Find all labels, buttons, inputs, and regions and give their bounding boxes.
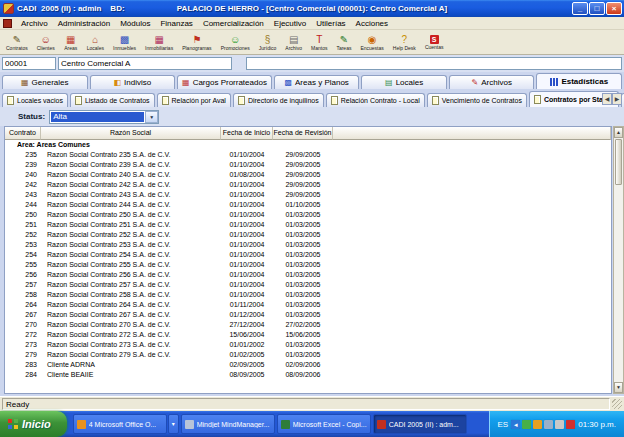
table-row[interactable]: 254Razon Social Contrato 254 S.A. de C.V… [5,250,611,260]
clock[interactable]: 01:30 p.m. [578,420,616,429]
table-row[interactable]: 255Razon Social Contrato 255 S.A. de C.V… [5,260,611,270]
tab-indiviso[interactable]: ◧Indiviso [90,75,176,89]
close-button[interactable]: × [606,2,622,15]
minimize-button[interactable]: _ [572,2,588,15]
menu-comercializacion[interactable]: Comercialización [198,18,269,29]
table-row[interactable]: 235Razon Social Contrato 235 S.A. de C.V… [5,150,611,160]
table-row[interactable]: 279Razon Social Contrato 279 S.A. de C.V… [5,350,611,360]
toolbar-archivo-button[interactable]: ▤Archivo [281,31,306,53]
table-row[interactable]: 240Razon Social Contrato 240 S.A. de C.V… [5,170,611,180]
center-code-field[interactable] [2,57,56,70]
table-row[interactable]: 272Razon Social Contrato 272 S.A. de C.V… [5,330,611,340]
scroll-thumb[interactable] [615,139,622,185]
table-row[interactable]: 253Razon Social Contrato 253 S.A. de C.V… [5,240,611,250]
task-label: 4 Microsoft Office O... [89,421,157,428]
cell-c2: Razon Social Contrato 272 S.A. de C.V. [41,330,221,340]
table-row[interactable]: 267Razon Social Contrato 267 S.A. de C.V… [5,310,611,320]
tab-relacion-por-aval[interactable]: Relación por Aval [157,93,231,107]
language-indicator[interactable]: ES [498,420,509,429]
table-row[interactable]: 258Razon Social Contrato 258 S.A. de C.V… [5,290,611,300]
toolbar-encuestas-button[interactable]: ◉Encuestas [356,31,387,53]
column-fecha-inicio[interactable]: Fecha de Inicio [221,127,273,140]
empty-field[interactable] [246,57,622,70]
tab-listado-de-contratos[interactable]: Listado de Contratos [70,93,155,107]
menu-administracion[interactable]: Administración [53,18,115,29]
task-mindjet-mindmanager[interactable]: Mindjet MindManager... [181,414,275,434]
table-row[interactable]: 251Razon Social Contrato 251 S.A. de C.V… [5,220,611,230]
task-4-microsoft-office-o[interactable]: 4 Microsoft Office O... [73,414,167,434]
menu-ejecutivo[interactable]: Ejecutivo [269,18,311,29]
vertical-scrollbar[interactable]: ▲ ▼ [613,126,624,394]
column-fecha-revision[interactable]: Fecha de Revisión [273,127,333,140]
task-cadi-2005-ii-adm[interactable]: CADI 2005 (II) : adm... [373,414,467,434]
tab-relacion-contrato-local[interactable]: Relación Contrato - Local [326,93,425,107]
tab-generales[interactable]: ▦Generales [2,75,88,89]
table-row[interactable]: 252Razon Social Contrato 252 S.A. de C.V… [5,230,611,240]
table-row[interactable]: 270Razon Social Contrato 270 S.A. de C.V… [5,320,611,330]
center-name-field[interactable] [58,57,232,70]
table-row[interactable]: 239Razon Social Contrato 239 S.A. de C.V… [5,160,611,170]
tab-directorio-de-inquilinos[interactable]: Directorio de inquilinos [233,93,324,107]
toolbar-contratos-button[interactable]: ✎Contratos [2,31,32,53]
toolbar-inmobiliarias-button[interactable]: ▦Inmobiliarias [141,31,177,53]
cell-c4: 01/03/2005 [273,350,333,360]
toolbar-areas-button[interactable]: ▦Areas [60,31,82,53]
toolbar-mantos-button[interactable]: TMantos [307,31,331,53]
toolbar-locales-button[interactable]: ⌂Locales [83,31,108,53]
combo-dropdown-icon[interactable]: ▼ [145,111,158,123]
toolbar-juridico-button[interactable]: §Jurídico [255,31,281,53]
column-razon-social[interactable]: Razón Social [41,127,221,140]
scroll-up-icon[interactable]: ▲ [614,127,623,138]
menu-utilerias[interactable]: Utilerías [311,18,350,29]
cell-filler [333,260,611,270]
tab-areas-y-planos[interactable]: ▩Areas y Planos [274,75,360,89]
cell-c1: 279 [5,350,41,360]
toolbar-promociones-button[interactable]: ☺Promociones [217,31,254,53]
table-row[interactable]: 250Razon Social Contrato 250 S.A. de C.V… [5,210,611,220]
tab-locales-vacios[interactable]: Locales vacios [2,93,68,107]
toolbar-cuentas-button[interactable]: SCuentas [421,31,448,53]
tab-cargos-prorrateados[interactable]: ▦Cargos Prorrateados [177,75,272,89]
table-row[interactable]: 264Razon Social Contrato 264 S.A. de C.V… [5,300,611,310]
toolbar-clientes-button[interactable]: ☺Clientes [33,31,59,53]
toolbar-tareas-button[interactable]: ✎Tareas [332,31,355,53]
cell-c4: 27/02/2005 [273,320,333,330]
status-combobox[interactable]: Alta ▼ [49,110,159,124]
restore-button[interactable]: □ [589,2,605,15]
table-row[interactable]: 273Razon Social Contrato 273 S.A. de C.V… [5,340,611,350]
tab-locales[interactable]: ▤Locales [361,75,447,89]
menu-archivo[interactable]: Archivo [16,18,53,29]
toolbar-help-desk-button[interactable]: ?Help Desk [389,31,420,53]
cell-c1: 240 [5,170,41,180]
table-row[interactable]: 256Razon Social Contrato 256 S.A. de C.V… [5,270,611,280]
toolbar-planogramas-button[interactable]: ⚑Planogramas [178,31,215,53]
table-row[interactable]: 284Cliente BEAIIE08/09/200508/09/2006 [5,370,611,380]
tab-estadisticas[interactable]: Estadísticas [536,73,622,89]
messenger-icon [522,420,531,429]
tabs-scroll-left-icon[interactable]: ◀ [602,93,612,105]
resize-grip[interactable] [612,399,622,409]
cell-c4: 01/03/2005 [273,310,333,320]
toolbar-inmuebles-button[interactable]: ▩Inmuebles [109,31,140,53]
inmobiliarias-icon: ▦ [154,34,163,45]
menu-acciones[interactable]: Acciones [351,18,393,29]
tabs-scroll-right-icon[interactable]: ▶ [612,93,622,105]
start-button[interactable]: Inicio [0,411,67,437]
column-contrato[interactable]: Contrato [5,127,41,140]
table-row[interactable]: 242Razon Social Contrato 242 S.A. de C.V… [5,180,611,190]
tab-vencimiento-de-contratos[interactable]: Vencimiento de Contratos [427,93,527,107]
cell-c4: 01/03/2005 [273,300,333,310]
tab-archivos[interactable]: ✎Archivos [449,75,535,89]
cell-c1: 283 [5,360,41,370]
table-row[interactable]: 257Razon Social Contrato 257 S.A. de C.V… [5,280,611,290]
menu-finanzas[interactable]: Finanzas [155,18,197,29]
scroll-down-icon[interactable]: ▼ [614,382,623,393]
title-bar: CADI 2005 (II) : admin BD: PALACIO DE HI… [0,0,624,17]
table-row[interactable]: 283Cliente ADRNA02/09/200502/09/2006 [5,360,611,370]
table-row[interactable]: 243Razon Social Contrato 243 S.A. de C.V… [5,190,611,200]
table-row[interactable]: 244Razon Social Contrato 244 S.A. de C.V… [5,200,611,210]
menu-modulos[interactable]: Módulos [115,18,155,29]
task-group-arrow-icon[interactable]: ▾ [168,414,179,434]
task-microsoft-excel-copi[interactable]: Microsoft Excel - Copi... [277,414,371,434]
tab-label: Indiviso [124,78,151,87]
